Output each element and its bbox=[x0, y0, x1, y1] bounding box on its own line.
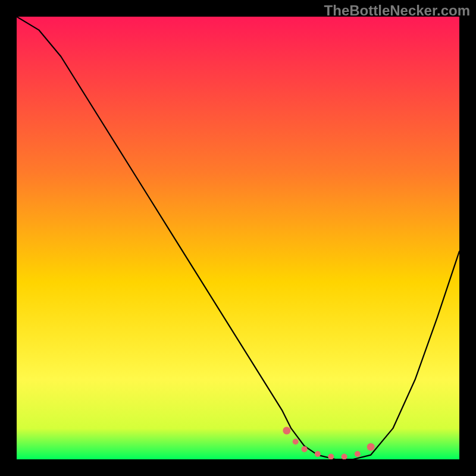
marker-point bbox=[302, 446, 308, 452]
marker-point bbox=[315, 451, 321, 457]
marker-point bbox=[367, 443, 375, 451]
plot-area bbox=[17, 17, 459, 459]
marker-point bbox=[342, 454, 347, 459]
marker-point bbox=[293, 439, 299, 444]
watermark-text: TheBottleNecker.com bbox=[324, 2, 470, 19]
marker-point bbox=[283, 427, 290, 434]
marker-point bbox=[355, 451, 361, 457]
marker-point bbox=[328, 454, 334, 459]
optimal-range-markers bbox=[17, 17, 459, 459]
chart-container: TheBottleNecker.com bbox=[0, 0, 476, 476]
